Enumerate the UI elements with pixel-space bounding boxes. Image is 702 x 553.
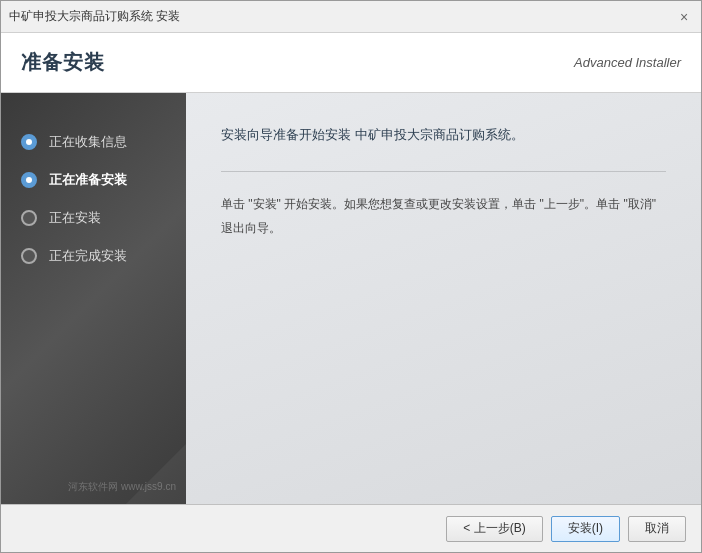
sidebar: 正在收集信息 正在准备安装 正在安装 正在完成安装 河东软件网 www.jss9… — [1, 93, 186, 504]
step-label-prepare: 正在准备安装 — [49, 171, 127, 189]
step-radio-finish — [21, 248, 37, 264]
brand-label: Advanced Installer — [574, 55, 681, 70]
title-bar: 中矿申投大宗商品订购系统 安装 × — [1, 1, 701, 33]
header-bar: 准备安装 Advanced Installer — [1, 33, 701, 93]
step-item-install: 正在安装 — [1, 199, 186, 237]
close-button[interactable]: × — [675, 8, 693, 26]
step-label-finish: 正在完成安装 — [49, 247, 127, 265]
watermark-text: 河东软件网 www.jss9.cn — [68, 480, 176, 494]
step-item-finish: 正在完成安装 — [1, 237, 186, 275]
footer: < 上一步(B) 安装(I) 取消 — [1, 504, 701, 552]
step-item-prepare: 正在准备安装 — [1, 161, 186, 199]
main-content: 安装向导准备开始安装 中矿申投大宗商品订购系统。 单击 "安装" 开始安装。如果… — [186, 93, 701, 504]
step-radio-prepare — [21, 172, 37, 188]
page-title: 准备安装 — [21, 49, 105, 76]
step-item-collect: 正在收集信息 — [1, 123, 186, 161]
divider — [221, 171, 666, 172]
step-label-install: 正在安装 — [49, 209, 101, 227]
content-area: 正在收集信息 正在准备安装 正在安装 正在完成安装 河东软件网 www.jss9… — [1, 93, 701, 504]
step-label-collect: 正在收集信息 — [49, 133, 127, 151]
step-radio-collect — [21, 134, 37, 150]
install-button[interactable]: 安装(I) — [551, 516, 620, 542]
cancel-button[interactable]: 取消 — [628, 516, 686, 542]
window-title: 中矿申投大宗商品订购系统 安装 — [9, 8, 180, 25]
main-description: 安装向导准备开始安装 中矿申投大宗商品订购系统。 — [221, 123, 666, 146]
installer-window: 中矿申投大宗商品订购系统 安装 × 准备安装 Advanced Installe… — [0, 0, 702, 553]
step-radio-install — [21, 210, 37, 226]
back-button[interactable]: < 上一步(B) — [446, 516, 542, 542]
main-detail: 单击 "安装" 开始安装。如果您想复查或更改安装设置，单击 "上一步"。单击 "… — [221, 192, 666, 240]
